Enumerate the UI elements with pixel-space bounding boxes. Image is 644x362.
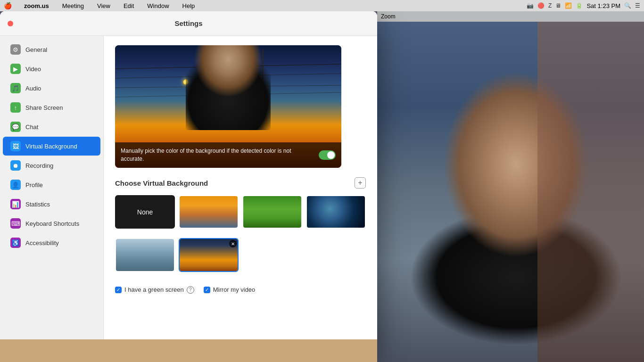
background-hallway[interactable] [115,238,175,272]
mirror-video-checkbox-item[interactable]: ✓ Mirror my video [204,286,256,293]
hallway-image [116,239,174,271]
green-screen-checkbox[interactable]: ✓ [115,287,122,293]
keyboard-shortcuts-icon: ⌨ [10,218,21,229]
add-background-button[interactable]: + [355,177,366,189]
zoom-titlebar: Zoom [377,11,644,22]
main-content: Manually pick the color of the backgroun… [104,36,377,351]
general-icon: ⚙ [10,44,21,55]
background-none[interactable]: None [115,195,175,229]
preview-person [186,45,271,130]
display-icon: 🖥 [555,2,561,9]
sidebar-item-statistics[interactable]: 📊 Statistics [3,195,100,214]
mirror-video-checkbox[interactable]: ✓ [204,287,210,293]
green-screen-label: I have a green screen [124,286,184,293]
menu-bar-right: 📷 🔴 Z 🖥 📶 🔋 Sat 1:23 PM 🔍 ☰ [527,2,640,9]
earth-image [307,196,365,228]
sidebar: ⚙ General ▶ Video 🎵 Audio ↑ Share Screen… [0,36,104,351]
help-menu[interactable]: Help [180,1,198,10]
desktop-bottom-bar [0,339,377,362]
edit-menu[interactable]: Edit [121,1,137,10]
window-menu[interactable]: Window [144,1,172,10]
sidebar-item-share-screen[interactable]: ↑ Share Screen [3,98,100,117]
battery-icon: 🔋 [576,2,583,9]
zoom-video-window: Zoom [377,11,644,362]
preview-scene [115,45,341,130]
zoom-video-area [377,22,644,362]
background-grid-row1: None [115,195,366,229]
sidebar-label-accessibility: Accessibility [25,239,59,247]
audio-icon: 🎵 [10,83,21,93]
zoom-window-title: Zoom [381,13,396,20]
color-pick-toggle[interactable] [319,150,336,160]
apple-logo-icon[interactable]: 🍎 [4,2,12,9]
app-name-menu[interactable]: zoom.us [21,1,52,10]
sidebar-item-recording[interactable]: ⏺ Recording [3,156,100,175]
settings-window: Settings ⚙ General ▶ Video 🎵 Audio ↑ Sha… [0,11,377,351]
none-label: None [137,208,153,216]
sidebar-item-accessibility[interactable]: ♿ Accessibility [3,233,100,252]
search-icon[interactable]: 🔍 [624,2,631,9]
wifi-icon: 📶 [565,2,572,9]
mirror-video-label: Mirror my video [213,286,256,293]
sidebar-item-video[interactable]: ▶ Video [3,59,100,78]
sidebar-label-chat: Chat [25,123,38,131]
checkbox-row: ✓ I have a green screen ? ✓ Mirror my vi… [115,286,366,294]
background-city-night[interactable]: ✕ [179,238,239,272]
grass-image [243,196,301,228]
settings-titlebar: Settings [0,11,377,36]
recording-icon: ⏺ [10,160,21,171]
mic-status-icon: 🔴 [537,2,545,9]
sidebar-item-profile[interactable]: 👤 Profile [3,175,100,194]
settings-body: ⚙ General ▶ Video 🎵 Audio ↑ Share Screen… [0,36,377,351]
sidebar-label-virtual-background: Virtual Background [25,143,77,150]
statistics-icon: 📊 [10,199,21,209]
background-grass[interactable] [242,195,302,229]
background-golden-gate[interactable] [179,195,239,229]
settings-title: Settings [174,19,202,27]
sidebar-label-video: Video [25,66,41,73]
sidebar-item-general[interactable]: ⚙ General [3,40,100,59]
section-title: Choose Virtual Background [115,179,208,187]
menu-bar: 🍎 zoom.us Meeting View Edit Window Help … [0,0,644,11]
preview-caption: Manually pick the color of the backgroun… [115,142,341,168]
share-screen-icon: ↑ [10,102,21,113]
sidebar-label-share-screen: Share Screen [25,104,63,111]
preview-container: Manually pick the color of the backgroun… [115,45,341,168]
green-screen-help-icon[interactable]: ? [187,286,194,294]
caption-text: Manually pick the color of the backgroun… [121,147,314,163]
background-grid-row2: ✕ [115,238,366,272]
close-button[interactable] [8,21,13,26]
sidebar-label-keyboard-shortcuts: Keyboard Shortcuts [25,220,79,227]
view-menu[interactable]: View [94,1,113,10]
profile-icon: 👤 [10,180,21,190]
sidebar-label-profile: Profile [25,181,43,189]
virtual-background-icon: 🖼 [10,141,21,151]
meeting-menu[interactable]: Meeting [59,1,87,10]
background-earth[interactable] [306,195,366,229]
sidebar-label-statistics: Statistics [25,201,50,208]
sidebar-label-recording: Recording [25,162,53,169]
sidebar-label-audio: Audio [25,85,41,92]
sidebar-item-keyboard-shortcuts[interactable]: ⌨ Keyboard Shortcuts [3,214,100,233]
section-header: Choose Virtual Background + [115,177,366,189]
zoom-status-icon: Z [548,2,552,9]
chat-icon: 💬 [10,122,21,132]
accessibility-icon: ♿ [10,238,21,248]
sidebar-item-virtual-background[interactable]: 🖼 Virtual Background [3,137,100,156]
camera-status-icon: 📷 [527,2,534,9]
clock: Sat 1:23 PM [586,2,620,9]
video-icon: ▶ [10,64,21,74]
brick-wall-element [537,22,644,362]
notification-icon[interactable]: ☰ [635,2,640,9]
sidebar-label-general: General [25,46,47,53]
green-screen-checkbox-item[interactable]: ✓ I have a green screen ? [115,286,194,294]
sidebar-item-chat[interactable]: 💬 Chat [3,117,100,136]
golden-gate-image [180,196,238,228]
sidebar-item-audio[interactable]: 🎵 Audio [3,79,100,98]
